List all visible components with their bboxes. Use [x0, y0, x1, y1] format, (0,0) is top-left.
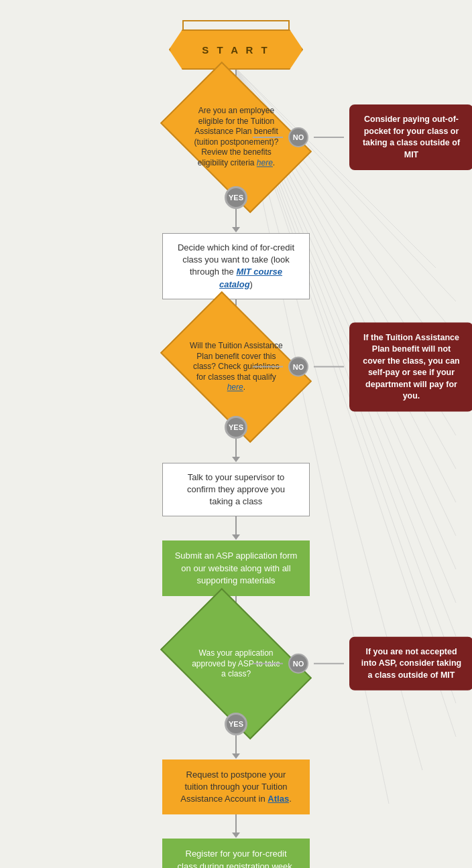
- diamond3-row: Will the Tuition Assistance Plan benefit…: [119, 323, 353, 411]
- page-wrapper: S T A R T Are you an employee eligible f…: [0, 0, 472, 868]
- no3-badge: NO: [288, 357, 308, 377]
- arrow-5: [235, 516, 237, 535]
- no1-connector-area: NO Consider paying out-of-pocket for you…: [253, 104, 472, 170]
- no6-box: If you are not accepted into ASP, consid…: [349, 637, 472, 691]
- yes1-badge-container: YES: [225, 186, 247, 209]
- node4-text: Talk to your supervisor to confirm they …: [187, 472, 285, 506]
- yes3-badge-container: YES: [225, 416, 247, 439]
- main-flow: S T A R T Are you an employee eligible f…: [119, 20, 353, 868]
- arrow-7: [235, 735, 237, 754]
- start-label: S T A R T: [202, 44, 270, 56]
- arrow-4: [235, 439, 237, 457]
- node5-text: Submit an ASP application form on our we…: [175, 551, 298, 585]
- yes6-badge-container: YES: [225, 713, 247, 735]
- no1-badge: NO: [288, 127, 308, 147]
- start-shape: S T A R T: [169, 29, 303, 70]
- diamond3-link[interactable]: here: [227, 382, 243, 392]
- diamond1-row: Are you an employee eligible for the Tui…: [119, 94, 353, 181]
- node4-box: Talk to your supervisor to confirm they …: [162, 463, 310, 517]
- no6-connector-area: NO If you are not accepted into ASP, con…: [253, 637, 472, 691]
- node2-box: Decide which kind of for-credit class yo…: [162, 233, 310, 299]
- no6-box-text: If you are not accepted into ASP, consid…: [361, 647, 461, 680]
- node5-box: Submit an ASP application form on our we…: [162, 540, 310, 596]
- arrow-2: [235, 209, 237, 228]
- no1-line: [253, 137, 283, 138]
- no3-box: If the Tuition Assistance Plan benefit w…: [349, 322, 472, 411]
- no3-connector-area: NO If the Tuition Assistance Plan benefi…: [253, 322, 472, 411]
- node8-box: Register for your for-credit class durin…: [162, 839, 310, 868]
- yes6-badge: YES: [225, 713, 247, 735]
- no1-box: Consider paying out-of-pocket for your c…: [349, 104, 472, 170]
- node7-box: Request to postpone your tuition through…: [162, 760, 310, 815]
- node8-text: Register for your for-credit class durin…: [178, 849, 295, 868]
- no6-badge: NO: [288, 654, 308, 674]
- no1-line2: [314, 137, 344, 138]
- yes3-badge: YES: [225, 416, 247, 439]
- no6-line: [253, 663, 283, 664]
- flowchart: S T A R T Are you an employee eligible f…: [0, 0, 472, 868]
- no6-line2: [314, 663, 344, 664]
- no3-box-text: If the Tuition Assistance Plan benefit w…: [363, 332, 460, 401]
- no1-box-text: Consider paying out-of-pocket for your c…: [363, 115, 460, 159]
- no3-line2: [314, 366, 344, 368]
- diamond6-row: Was your application approved by ASP to …: [119, 620, 353, 707]
- no3-line: [253, 366, 283, 368]
- yes1-badge: YES: [225, 186, 247, 209]
- node7-link[interactable]: Atlas: [268, 794, 289, 804]
- arrow-8: [235, 814, 237, 833]
